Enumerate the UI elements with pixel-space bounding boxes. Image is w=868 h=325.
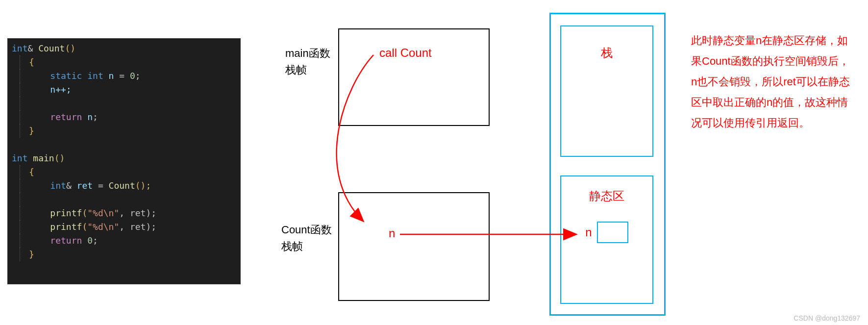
keyword-return: return	[50, 235, 82, 246]
eq: =	[114, 71, 130, 81]
ampersand: &	[28, 43, 33, 53]
label-line: 栈帧	[285, 62, 330, 78]
static-n-label: n	[585, 225, 592, 239]
static-title: 静态区	[561, 188, 652, 204]
stack-title: 栈	[561, 45, 652, 61]
ampersand: &	[66, 180, 72, 191]
paren-open: (	[82, 222, 87, 232]
static-n-row: n	[561, 222, 652, 243]
keyword-return: return	[50, 112, 82, 122]
brace: {	[29, 167, 34, 177]
call-count: Count	[109, 180, 135, 191]
count-stackframe-label: Count函数 栈帧	[281, 222, 332, 255]
brace: {	[29, 57, 34, 67]
fn-main: main	[28, 153, 54, 163]
fmt-str: "%d\n"	[87, 208, 119, 218]
semi: ;	[93, 112, 98, 122]
label-line: 栈帧	[281, 238, 332, 255]
expr-npp: n++;	[50, 84, 71, 95]
keyword-static-int: static int	[50, 71, 103, 81]
main-stackframe-box	[338, 28, 490, 126]
call-count-label: call Count	[379, 46, 432, 60]
parens: ()	[54, 153, 65, 163]
explanation-text: 此时静态变量n在静态区存储，如果Count函数的执行空间销毁后，n也不会销毁，所…	[691, 30, 853, 133]
var-ret: ret	[72, 180, 93, 191]
fn-count: Count	[33, 43, 65, 53]
literal-0: 0	[130, 71, 135, 81]
watermark-text: CSDN @dong132697	[794, 314, 860, 322]
memory-stack-segment: 栈	[560, 25, 653, 157]
semi: ;	[93, 235, 98, 246]
code-block: int& Count() { static int n = 0; n++; re…	[8, 39, 240, 261]
main-stackframe-label: main函数 栈帧	[285, 45, 330, 78]
eq: =	[93, 180, 109, 191]
keyword-int: int	[12, 153, 28, 163]
brace: }	[29, 249, 34, 259]
literal-0: 0	[82, 235, 93, 246]
fn-printf: printf	[50, 208, 82, 218]
semi: ;	[135, 71, 141, 81]
count-stackframe-box	[338, 192, 490, 301]
code-editor: int& Count() { static int n = 0; n++; re…	[7, 38, 241, 284]
parens: ()	[65, 43, 75, 53]
fn-printf: printf	[50, 222, 82, 232]
brace: }	[29, 125, 34, 136]
parens: ();	[135, 180, 151, 191]
var-n: n	[103, 71, 114, 81]
memory-static-segment: 静态区 n	[560, 175, 653, 304]
label-line: Count函数	[281, 222, 332, 238]
keyword-int: int	[12, 43, 28, 53]
args: , ret);	[119, 208, 156, 218]
keyword-int: int	[50, 180, 66, 191]
label-line: main函数	[285, 45, 330, 62]
paren-open: (	[82, 208, 87, 218]
fmt-str: "%d\n"	[87, 222, 119, 232]
static-n-cell	[597, 222, 628, 243]
n-in-count-frame: n	[389, 226, 395, 240]
args: , ret);	[119, 222, 156, 232]
var-n: n	[82, 112, 93, 122]
